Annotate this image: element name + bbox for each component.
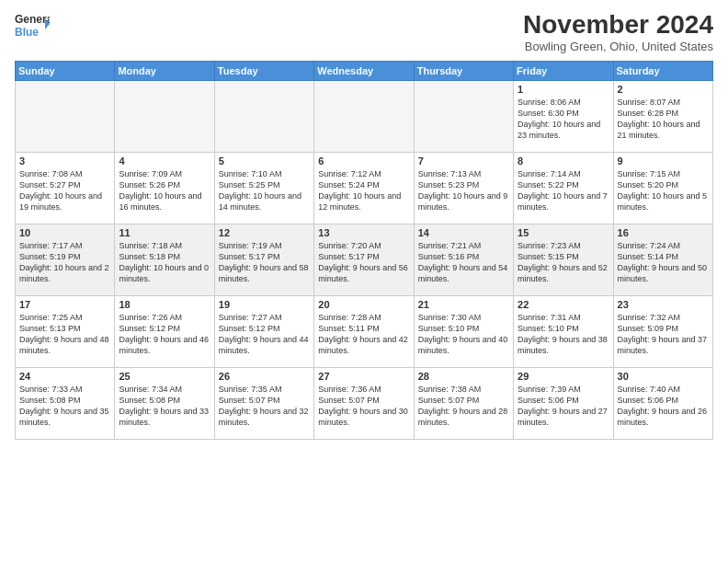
day-number: 29 [518,371,609,382]
table-row: 2Sunrise: 8:07 AM Sunset: 6:28 PM Daylig… [613,80,712,152]
day-number: 24 [19,371,110,382]
day-info: Sunrise: 7:25 AM Sunset: 5:13 PM Dayligh… [19,312,110,357]
table-row: 11Sunrise: 7:18 AM Sunset: 5:18 PM Dayli… [115,224,214,295]
table-row: 26Sunrise: 7:35 AM Sunset: 5:07 PM Dayli… [214,367,313,439]
day-number: 1 [518,84,609,95]
location: Bowling Green, Ohio, United States [523,40,713,53]
table-row: 12Sunrise: 7:19 AM Sunset: 5:17 PM Dayli… [214,224,313,295]
calendar: Sunday Monday Tuesday Wednesday Thursday… [15,61,713,440]
table-row: 10Sunrise: 7:17 AM Sunset: 5:19 PM Dayli… [16,224,115,295]
day-info: Sunrise: 7:26 AM Sunset: 5:12 PM Dayligh… [119,312,210,357]
day-number: 6 [318,155,409,167]
table-row: 22Sunrise: 7:31 AM Sunset: 5:10 PM Dayli… [514,295,613,367]
logo: General Blue [15,11,50,39]
day-info: Sunrise: 7:13 AM Sunset: 5:23 PM Dayligh… [418,168,509,213]
day-number: 3 [19,155,110,167]
day-number: 12 [219,227,310,238]
day-info: Sunrise: 7:23 AM Sunset: 5:15 PM Dayligh… [518,240,609,285]
day-info: Sunrise: 8:06 AM Sunset: 6:30 PM Dayligh… [518,97,609,142]
day-info: Sunrise: 7:09 AM Sunset: 5:26 PM Dayligh… [119,168,210,213]
day-info: Sunrise: 7:24 AM Sunset: 5:14 PM Dayligh… [618,240,709,285]
table-row: 18Sunrise: 7:26 AM Sunset: 5:12 PM Dayli… [115,295,214,367]
day-info: Sunrise: 7:21 AM Sunset: 5:16 PM Dayligh… [418,240,509,285]
day-info: Sunrise: 7:10 AM Sunset: 5:25 PM Dayligh… [219,168,310,213]
day-number: 21 [418,299,509,310]
day-number: 7 [418,155,509,167]
col-tuesday: Tuesday [214,61,313,80]
day-info: Sunrise: 7:31 AM Sunset: 5:10 PM Dayligh… [518,312,609,357]
table-row: 15Sunrise: 7:23 AM Sunset: 5:15 PM Dayli… [514,224,613,295]
col-saturday: Saturday [613,61,712,80]
calendar-week-row: 17Sunrise: 7:25 AM Sunset: 5:13 PM Dayli… [16,295,713,367]
day-info: Sunrise: 7:32 AM Sunset: 5:09 PM Dayligh… [618,312,709,357]
col-friday: Friday [514,61,613,80]
month-title: November 2024 [523,11,713,40]
day-info: Sunrise: 7:17 AM Sunset: 5:19 PM Dayligh… [19,240,110,285]
day-number: 17 [19,299,110,310]
page: General Blue November 2024 Bowling Green… [0,0,728,563]
table-row: 17Sunrise: 7:25 AM Sunset: 5:13 PM Dayli… [16,295,115,367]
col-thursday: Thursday [414,61,513,80]
day-info: Sunrise: 7:39 AM Sunset: 5:06 PM Dayligh… [518,384,609,429]
day-info: Sunrise: 7:28 AM Sunset: 5:11 PM Dayligh… [318,312,409,357]
table-row: 5Sunrise: 7:10 AM Sunset: 5:25 PM Daylig… [214,152,313,224]
day-info: Sunrise: 7:15 AM Sunset: 5:20 PM Dayligh… [618,168,709,213]
day-info: Sunrise: 7:18 AM Sunset: 5:18 PM Dayligh… [119,240,210,285]
table-row [414,80,513,152]
col-sunday: Sunday [16,61,115,80]
day-info: Sunrise: 7:38 AM Sunset: 5:07 PM Dayligh… [418,384,509,429]
col-monday: Monday [115,61,214,80]
table-row: 28Sunrise: 7:38 AM Sunset: 5:07 PM Dayli… [414,367,513,439]
table-row [214,80,313,152]
day-info: Sunrise: 7:33 AM Sunset: 5:08 PM Dayligh… [19,384,110,429]
table-row: 1Sunrise: 8:06 AM Sunset: 6:30 PM Daylig… [514,80,613,152]
day-info: Sunrise: 7:19 AM Sunset: 5:17 PM Dayligh… [219,240,310,285]
day-number: 19 [219,299,310,310]
day-number: 26 [219,371,310,382]
day-number: 14 [418,227,509,238]
col-wednesday: Wednesday [314,61,414,80]
day-info: Sunrise: 7:36 AM Sunset: 5:07 PM Dayligh… [318,384,409,429]
day-number: 10 [19,227,110,238]
table-row: 6Sunrise: 7:12 AM Sunset: 5:24 PM Daylig… [314,152,414,224]
day-number: 23 [618,299,709,310]
calendar-week-row: 24Sunrise: 7:33 AM Sunset: 5:08 PM Dayli… [16,367,713,439]
table-row: 27Sunrise: 7:36 AM Sunset: 5:07 PM Dayli… [314,367,414,439]
day-number: 30 [618,371,709,382]
calendar-header-row: Sunday Monday Tuesday Wednesday Thursday… [16,61,713,80]
day-info: Sunrise: 7:40 AM Sunset: 5:06 PM Dayligh… [618,384,709,429]
table-row: 4Sunrise: 7:09 AM Sunset: 5:26 PM Daylig… [115,152,214,224]
day-info: Sunrise: 7:14 AM Sunset: 5:22 PM Dayligh… [518,168,609,213]
table-row: 19Sunrise: 7:27 AM Sunset: 5:12 PM Dayli… [214,295,313,367]
day-number: 11 [119,227,210,238]
day-info: Sunrise: 7:20 AM Sunset: 5:17 PM Dayligh… [318,240,409,285]
table-row: 25Sunrise: 7:34 AM Sunset: 5:08 PM Dayli… [115,367,214,439]
day-number: 22 [518,299,609,310]
table-row: 8Sunrise: 7:14 AM Sunset: 5:22 PM Daylig… [514,152,613,224]
svg-text:Blue: Blue [15,26,39,39]
table-row: 30Sunrise: 7:40 AM Sunset: 5:06 PM Dayli… [613,367,712,439]
day-info: Sunrise: 8:07 AM Sunset: 6:28 PM Dayligh… [618,97,709,142]
day-number: 2 [618,84,709,95]
table-row [16,80,115,152]
calendar-week-row: 1Sunrise: 8:06 AM Sunset: 6:30 PM Daylig… [16,80,713,152]
table-row: 7Sunrise: 7:13 AM Sunset: 5:23 PM Daylig… [414,152,513,224]
day-number: 20 [318,299,409,310]
table-row: 23Sunrise: 7:32 AM Sunset: 5:09 PM Dayli… [613,295,712,367]
day-number: 25 [119,371,210,382]
table-row: 14Sunrise: 7:21 AM Sunset: 5:16 PM Dayli… [414,224,513,295]
logo-svg: General Blue [15,11,50,39]
table-row: 20Sunrise: 7:28 AM Sunset: 5:11 PM Dayli… [314,295,414,367]
table-row [314,80,414,152]
day-number: 16 [618,227,709,238]
day-number: 28 [418,371,509,382]
day-number: 15 [518,227,609,238]
table-row: 16Sunrise: 7:24 AM Sunset: 5:14 PM Dayli… [613,224,712,295]
title-block: November 2024 Bowling Green, Ohio, Unite… [523,11,713,53]
table-row: 24Sunrise: 7:33 AM Sunset: 5:08 PM Dayli… [16,367,115,439]
day-number: 27 [318,371,409,382]
calendar-week-row: 3Sunrise: 7:08 AM Sunset: 5:27 PM Daylig… [16,152,713,224]
calendar-week-row: 10Sunrise: 7:17 AM Sunset: 5:19 PM Dayli… [16,224,713,295]
table-row: 13Sunrise: 7:20 AM Sunset: 5:17 PM Dayli… [314,224,414,295]
day-number: 9 [618,155,709,167]
